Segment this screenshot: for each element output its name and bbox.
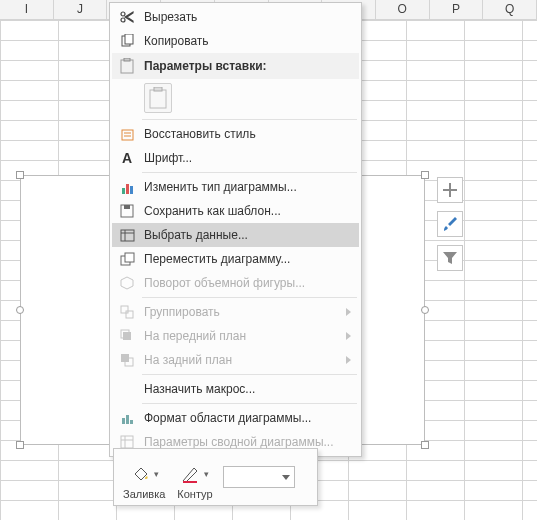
plus-icon bbox=[443, 183, 457, 197]
svg-rect-4 bbox=[150, 90, 166, 108]
menu-label: На задний план bbox=[144, 353, 355, 367]
col-header[interactable]: Q bbox=[483, 0, 537, 19]
menu-paste-header: Параметры вставки: bbox=[112, 53, 359, 79]
col-header[interactable]: J bbox=[54, 0, 108, 19]
menu-assign-macro[interactable]: Назначить макрос... bbox=[112, 377, 359, 401]
send-back-icon bbox=[116, 351, 138, 369]
bring-front-icon bbox=[116, 327, 138, 345]
chart-filters-button[interactable] bbox=[437, 245, 463, 271]
resize-handle[interactable] bbox=[16, 441, 24, 449]
resize-handle[interactable] bbox=[16, 306, 24, 314]
svg-rect-17 bbox=[123, 332, 131, 340]
chart-icon bbox=[116, 178, 138, 196]
col-header[interactable]: P bbox=[430, 0, 484, 19]
submenu-arrow-icon bbox=[346, 356, 351, 364]
resize-handle[interactable] bbox=[16, 171, 24, 179]
menu-label: Группировать bbox=[144, 305, 355, 319]
font-icon: A bbox=[116, 149, 138, 167]
clipboard-icon bbox=[149, 87, 167, 109]
cube-icon bbox=[116, 274, 138, 292]
menu-label: Параметры вставки: bbox=[144, 59, 355, 73]
clipboard-icon bbox=[116, 57, 138, 75]
svg-rect-24 bbox=[121, 436, 133, 448]
menu-save-template[interactable]: Сохранить как шаблон... bbox=[112, 199, 359, 223]
svg-rect-1 bbox=[125, 34, 133, 44]
resize-handle[interactable] bbox=[421, 306, 429, 314]
fill-label: Заливка bbox=[123, 488, 165, 500]
menu-label: Поворот объемной фигуры... bbox=[144, 276, 355, 290]
svg-rect-3 bbox=[124, 58, 130, 61]
col-header[interactable]: I bbox=[0, 0, 54, 19]
svg-rect-25 bbox=[183, 481, 197, 483]
separator bbox=[142, 374, 357, 375]
menu-change-chart-type[interactable]: Изменить тип диаграммы... bbox=[112, 175, 359, 199]
menu-label: Выбрать данные... bbox=[144, 228, 355, 242]
group-icon bbox=[116, 303, 138, 321]
separator bbox=[142, 403, 357, 404]
chart-styles-button[interactable] bbox=[437, 211, 463, 237]
menu-label: Назначить макрос... bbox=[144, 382, 355, 396]
select-data-icon bbox=[116, 226, 138, 244]
menu-format-area[interactable]: Формат области диаграммы... bbox=[112, 406, 359, 430]
col-header[interactable]: O bbox=[376, 0, 430, 19]
menu-select-data[interactable]: Выбрать данные... bbox=[112, 223, 359, 247]
outline-button[interactable]: ▾ Контур bbox=[171, 452, 218, 502]
menu-send-back: На задний план bbox=[112, 348, 359, 372]
menu-label: Изменить тип диаграммы... bbox=[144, 180, 355, 194]
resize-handle[interactable] bbox=[421, 171, 429, 179]
menu-rotate-3d: Поворот объемной фигуры... bbox=[112, 271, 359, 295]
menu-copy[interactable]: Копировать bbox=[112, 29, 359, 53]
chart-elements-button[interactable] bbox=[437, 177, 463, 203]
separator bbox=[142, 172, 357, 173]
svg-rect-6 bbox=[122, 130, 133, 140]
context-menu: Вырезать Копировать Параметры вставки: В… bbox=[109, 2, 362, 457]
copy-icon bbox=[116, 32, 138, 50]
menu-label: Шрифт... bbox=[144, 151, 355, 165]
menu-label: На передний план bbox=[144, 329, 355, 343]
menu-font[interactable]: A Шрифт... bbox=[112, 146, 359, 170]
color-swatch-dropdown[interactable] bbox=[223, 466, 295, 488]
menu-restore-style[interactable]: Восстановить стиль bbox=[112, 122, 359, 146]
svg-rect-7 bbox=[122, 188, 125, 194]
svg-rect-2 bbox=[121, 60, 133, 73]
svg-rect-9 bbox=[130, 186, 133, 194]
menu-group: Группировать bbox=[112, 300, 359, 324]
brush-icon bbox=[442, 216, 458, 232]
menu-label: Восстановить стиль bbox=[144, 127, 355, 141]
menu-cut[interactable]: Вырезать bbox=[112, 5, 359, 29]
svg-rect-11 bbox=[124, 205, 130, 209]
menu-label: Копировать bbox=[144, 34, 355, 48]
svg-rect-12 bbox=[121, 230, 134, 241]
svg-rect-5 bbox=[154, 87, 162, 91]
format-area-icon bbox=[116, 409, 138, 427]
svg-rect-15 bbox=[121, 306, 128, 313]
menu-move-chart[interactable]: Переместить диаграмму... bbox=[112, 247, 359, 271]
submenu-arrow-icon bbox=[346, 308, 351, 316]
svg-rect-16 bbox=[126, 311, 133, 318]
menu-label: Параметры сводной диаграммы... bbox=[144, 435, 355, 449]
outline-icon: ▾ bbox=[180, 460, 209, 488]
mini-toolbar: ▾ Заливка ▾ Контур bbox=[113, 448, 318, 506]
fill-button[interactable]: ▾ Заливка bbox=[117, 452, 171, 502]
menu-label: Формат области диаграммы... bbox=[144, 411, 355, 425]
paste-options-row bbox=[112, 79, 359, 117]
menu-label: Переместить диаграмму... bbox=[144, 252, 355, 266]
svg-rect-21 bbox=[122, 418, 125, 424]
svg-rect-8 bbox=[126, 184, 129, 194]
save-template-icon bbox=[116, 202, 138, 220]
svg-rect-14 bbox=[125, 253, 134, 262]
outline-label: Контур bbox=[177, 488, 212, 500]
menu-label: Сохранить как шаблон... bbox=[144, 204, 355, 218]
svg-rect-23 bbox=[130, 420, 133, 424]
scissors-icon bbox=[116, 8, 138, 26]
separator bbox=[142, 297, 357, 298]
submenu-arrow-icon bbox=[346, 332, 351, 340]
menu-bring-front: На передний план bbox=[112, 324, 359, 348]
restore-icon bbox=[116, 125, 138, 143]
move-chart-icon bbox=[116, 250, 138, 268]
paste-option-button[interactable] bbox=[144, 83, 172, 113]
menu-label: Вырезать bbox=[144, 10, 355, 24]
macro-icon bbox=[116, 380, 138, 398]
separator bbox=[142, 119, 357, 120]
resize-handle[interactable] bbox=[421, 441, 429, 449]
